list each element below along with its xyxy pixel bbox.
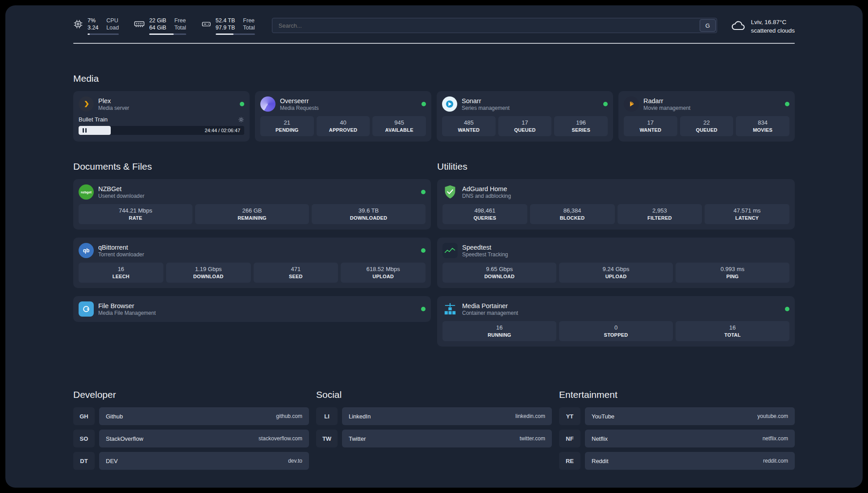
stat-tile: 744.21 Mbps RATE xyxy=(79,204,192,224)
overseerr-icon xyxy=(260,96,275,112)
status-dot xyxy=(421,307,426,311)
app-card-sonarr[interactable]: Sonarr Series management 485 WANTED 17 Q… xyxy=(437,91,613,142)
radarr-icon xyxy=(624,96,639,112)
app-name: Plex xyxy=(98,97,129,105)
stat-tile: 40 APPROVED xyxy=(317,116,370,136)
disk-total-value: 97.9 TB xyxy=(216,24,235,31)
disk-free-label: Free xyxy=(243,17,255,24)
ram-widget: 22 GiB 64 GiB Free Total xyxy=(134,17,186,35)
stat-tile: 1.19 Gbps DOWNLOAD xyxy=(166,263,251,283)
app-card-filebrowser[interactable]: File Browser Media File Management xyxy=(73,296,431,322)
settings-gear-icon[interactable] xyxy=(238,117,244,123)
cpu-widget: 7% 3.24 CPU Load xyxy=(73,17,119,35)
app-card-radarr[interactable]: Radarr Movie management 17 WANTED 22 QUE… xyxy=(618,91,795,142)
bookmark-twitter[interactable]: TW Twitter twitter.com xyxy=(316,430,552,447)
status-dot xyxy=(421,102,426,106)
app-desc: Media Requests xyxy=(280,105,319,112)
app-desc: Usenet downloader xyxy=(98,193,144,200)
app-card-adguard[interactable]: AdGuard Home DNS and adblocking 498,461 … xyxy=(437,179,795,230)
stat-tile: 0 STOPPED xyxy=(559,321,673,341)
app-desc: DNS and adblocking xyxy=(462,193,511,200)
nzbget-icon: nzbget xyxy=(79,184,94,200)
ram-total-label: Total xyxy=(174,24,186,31)
adguard-shield-icon xyxy=(442,184,458,200)
bookmark-netflix[interactable]: NF Netflix netflix.com xyxy=(559,430,795,447)
bookmark-abbr: TW xyxy=(316,430,338,447)
section-title-utilities: Utilities xyxy=(437,161,795,172)
app-desc: Series management xyxy=(462,105,509,112)
bookmark-linkedin[interactable]: LI LinkedIn linkedin.com xyxy=(316,407,552,425)
bookmark-youtube[interactable]: YT YouTube youtube.com xyxy=(559,407,795,425)
playback-progress-bar[interactable]: 24:44 / 02:06:47 xyxy=(79,126,244,135)
sonarr-icon xyxy=(442,96,457,112)
search-engine-button[interactable]: G xyxy=(700,19,716,32)
bookmark-abbr: GH xyxy=(73,407,95,425)
weather-location-temp: Lviv, 16.87°C xyxy=(751,18,795,26)
app-card-qbittorrent[interactable]: qb qBittorrent Torrent downloader 16 LEE… xyxy=(73,238,431,288)
search-bar: G xyxy=(272,18,717,33)
stat-tile: 498,461 QUERIES xyxy=(442,204,527,224)
cpu-label: CPU xyxy=(106,17,119,24)
bookmark-group-developer: Developer GH Github github.com SO StackO… xyxy=(73,389,309,474)
cpu-usage-bar-fill xyxy=(88,33,90,35)
bookmark-stackoverflow[interactable]: SO StackOverflow stackoverflow.com xyxy=(73,430,309,447)
status-dot xyxy=(785,307,789,311)
app-card-speedtest[interactable]: Speedtest Speedtest Tracking 9.65 Gbps D… xyxy=(437,238,795,288)
app-card-overseerr[interactable]: Overseerr Media Requests 21 PENDING 40 A… xyxy=(255,91,431,142)
app-name: Overseerr xyxy=(280,97,319,105)
section-title-entertainment: Entertainment xyxy=(559,389,795,400)
stat-tile: 266 GB REMAINING xyxy=(195,204,309,224)
search-input[interactable] xyxy=(272,22,699,29)
ram-usage-bar-fill xyxy=(149,33,174,35)
app-name: Radarr xyxy=(643,97,690,105)
bookmark-abbr: NF xyxy=(559,430,580,447)
disk-widget: 52.4 TB 97.9 TB Free Total xyxy=(201,17,255,35)
section-title-media: Media xyxy=(73,73,795,84)
app-card-plex[interactable]: Plex Media server Bullet Train xyxy=(73,91,250,142)
ram-usage-bar xyxy=(149,33,186,35)
disk-total-label: Total xyxy=(243,24,255,31)
bookmark-github[interactable]: GH Github github.com xyxy=(73,407,309,425)
section-title-social: Social xyxy=(316,389,552,400)
bookmark-pill: Twitter twitter.com xyxy=(342,430,552,447)
speedtest-pulse-icon xyxy=(442,243,458,258)
app-name: Sonarr xyxy=(462,97,509,105)
stat-tile: 47.571 ms LATENCY xyxy=(705,204,789,224)
stat-tile: 16 RUNNING xyxy=(442,321,556,341)
cloud-icon xyxy=(730,20,747,33)
stat-tile: 0.993 ms PING xyxy=(676,263,789,283)
header-divider xyxy=(73,43,795,44)
cpu-load-value: 3.24 xyxy=(88,24,98,31)
top-bar: 7% 3.24 CPU Load xyxy=(73,17,795,35)
bookmark-abbr: LI xyxy=(316,407,338,425)
bookmark-pill: DEV dev.to xyxy=(99,452,309,470)
ram-icon xyxy=(134,19,145,35)
weather-widget: Lviv, 16.87°C scattered clouds xyxy=(730,18,795,35)
cpu-usage-bar xyxy=(88,33,119,35)
status-dot xyxy=(785,102,789,106)
bookmark-pill: LinkedIn linkedin.com xyxy=(342,407,552,425)
app-desc: Container management xyxy=(462,310,518,317)
bookmark-reddit[interactable]: RE Reddit reddit.com xyxy=(559,452,795,470)
stat-tile: 39.6 TB DOWNLOADED xyxy=(312,204,426,224)
stat-tile: 485 WANTED xyxy=(442,116,496,136)
status-dot xyxy=(421,248,426,253)
bookmark-pill: Reddit reddit.com xyxy=(585,452,795,470)
pause-icon[interactable] xyxy=(83,128,87,133)
stat-tile: 471 SEED xyxy=(254,263,338,283)
stat-tile: 196 SERIES xyxy=(554,116,608,136)
stat-tile: 16 TOTAL xyxy=(676,321,789,341)
app-card-portainer[interactable]: Media Portainer Container management 16 … xyxy=(437,296,795,347)
qbittorrent-icon: qb xyxy=(79,243,94,258)
cpu-usage-value: 7% xyxy=(88,17,98,24)
bookmark-abbr: YT xyxy=(559,407,580,425)
bookmark-abbr: SO xyxy=(73,430,95,447)
app-card-nzbget[interactable]: nzbget NZBGet Usenet downloader 744.21 M… xyxy=(73,179,431,230)
playback-time: 24:44 / 02:06:47 xyxy=(204,128,240,133)
section-title-documents: Documents & Files xyxy=(73,161,431,172)
plex-icon xyxy=(79,96,94,112)
bookmark-dev[interactable]: DT DEV dev.to xyxy=(73,452,309,470)
app-desc: Movie management xyxy=(643,105,690,112)
stat-tile: 17 QUEUED xyxy=(498,116,552,136)
app-name: NZBGet xyxy=(98,185,144,193)
